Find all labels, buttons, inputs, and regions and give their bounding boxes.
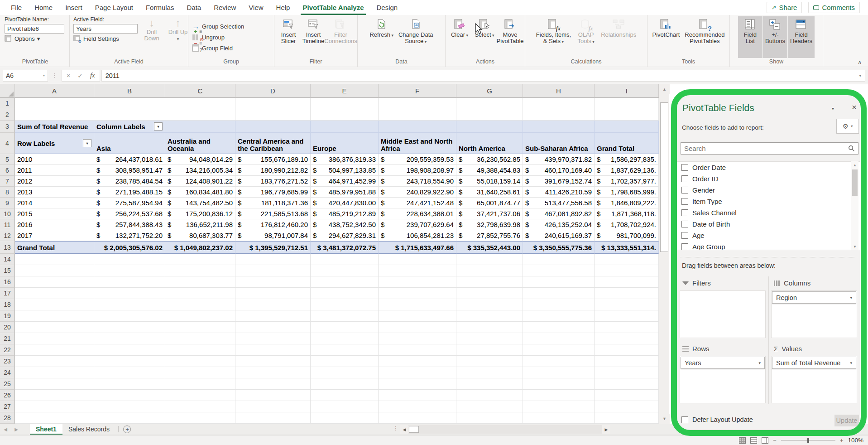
tab-page-layout[interactable]: Page Layout: [89, 0, 139, 15]
cell[interactable]: $257,844,388.43: [94, 219, 165, 230]
zoom-out-icon[interactable]: −: [773, 437, 777, 444]
cell[interactable]: [595, 412, 659, 424]
cell[interactable]: [311, 310, 379, 322]
defer-layout-update[interactable]: Defer Layout Update: [681, 416, 753, 423]
cell[interactable]: $239,707,629.64: [379, 219, 456, 230]
cell[interactable]: [523, 310, 595, 322]
cell[interactable]: [311, 299, 379, 310]
cell[interactable]: Grand Total: [15, 241, 94, 254]
cell[interactable]: [379, 401, 456, 412]
cell[interactable]: [94, 356, 165, 367]
cell[interactable]: [456, 401, 523, 412]
cell[interactable]: [15, 412, 94, 424]
row-header-23[interactable]: 23: [0, 356, 15, 367]
cell[interactable]: [379, 299, 456, 310]
cell[interactable]: [311, 98, 379, 109]
enter-icon[interactable]: ✓: [77, 72, 83, 79]
change-data-source-button[interactable]: Change Data Source ▾: [396, 16, 436, 58]
cell[interactable]: [456, 265, 523, 276]
cell[interactable]: [235, 390, 311, 401]
active-field-input[interactable]: [73, 24, 138, 34]
cell[interactable]: [15, 276, 94, 288]
cell[interactable]: $1,798,685,999.: [595, 187, 659, 198]
rows-pill-years[interactable]: Years▾: [681, 357, 765, 369]
row-header-16[interactable]: 16: [0, 276, 15, 288]
cell[interactable]: [456, 310, 523, 322]
cell[interactable]: [595, 109, 659, 121]
add-sheet-button[interactable]: +: [121, 424, 133, 435]
cell[interactable]: [456, 288, 523, 299]
row-header-5[interactable]: 5: [0, 154, 15, 165]
tab-home[interactable]: Home: [28, 0, 59, 15]
filters-area[interactable]: [680, 290, 766, 338]
insert-slicer-button[interactable]: Insert Slicer: [276, 16, 301, 58]
vertical-scrollbar[interactable]: ▲ ▼: [659, 84, 669, 424]
cell[interactable]: $ 335,352,443.00: [456, 241, 523, 254]
cell[interactable]: [235, 276, 311, 288]
cell[interactable]: [523, 109, 595, 121]
cell[interactable]: [523, 412, 595, 424]
field-item-date-of-birth[interactable]: Date of Birth: [677, 218, 860, 230]
field-item-gender[interactable]: Gender: [677, 184, 860, 196]
field-item-age[interactable]: Age: [677, 230, 860, 241]
cell[interactable]: [15, 367, 94, 378]
tab-formulas[interactable]: Formulas: [139, 0, 181, 15]
row-header-24[interactable]: 24: [0, 367, 15, 378]
cell[interactable]: $504,997,133.85: [311, 165, 379, 176]
columns-pill-region[interactable]: Region▾: [772, 291, 856, 304]
pane-close-icon[interactable]: ×: [852, 102, 857, 112]
row-header-1[interactable]: 1: [0, 98, 15, 109]
horizontal-scrollbar[interactable]: ◀ ▶: [400, 425, 610, 434]
cell[interactable]: [379, 344, 456, 356]
cell[interactable]: North America: [456, 133, 523, 154]
row-header-8[interactable]: 8: [0, 187, 15, 198]
cell[interactable]: [94, 265, 165, 276]
cell[interactable]: 2011: [15, 165, 94, 176]
field-list-button[interactable]: Field List: [738, 16, 762, 58]
cell[interactable]: $1,586,297,835.: [595, 154, 659, 165]
cell[interactable]: [94, 98, 165, 109]
page-break-view-icon[interactable]: [762, 437, 768, 444]
cell[interactable]: $1,702,357,977.: [595, 176, 659, 187]
cell[interactable]: [595, 333, 659, 344]
normal-view-icon[interactable]: [739, 437, 746, 444]
pivottable-name-input[interactable]: [5, 24, 64, 34]
cell[interactable]: [595, 322, 659, 333]
cell[interactable]: Sub-Saharan Africa: [523, 133, 595, 154]
values-pill-sum-of-total-revenue[interactable]: Sum of Total Revenue▾: [772, 357, 856, 369]
zoom-slider[interactable]: [781, 440, 835, 440]
cell[interactable]: [15, 98, 94, 109]
select-all-corner[interactable]: [0, 84, 15, 98]
field-checkbox-age[interactable]: [681, 232, 688, 239]
cell[interactable]: $439,970,371.82: [523, 154, 595, 165]
name-box-dropdown-icon[interactable]: ▾: [43, 73, 45, 77]
row-header-20[interactable]: 20: [0, 322, 15, 333]
cell[interactable]: [311, 265, 379, 276]
cell[interactable]: Asia: [94, 133, 165, 154]
cell[interactable]: $106,854,281.23: [379, 230, 456, 241]
cell[interactable]: [595, 390, 659, 401]
column-header-C[interactable]: C: [165, 84, 235, 98]
pivotchart-button[interactable]: PivotChart: [650, 16, 682, 58]
cell[interactable]: $49,388,454.83: [456, 165, 523, 176]
cell[interactable]: $209,559,359.53: [379, 154, 456, 165]
cell[interactable]: [456, 322, 523, 333]
pane-options-icon[interactable]: ▾: [832, 106, 834, 111]
row-header-27[interactable]: 27: [0, 401, 15, 412]
cell[interactable]: [379, 378, 456, 390]
row-header-6[interactable]: 6: [0, 165, 15, 176]
cell[interactable]: [311, 254, 379, 265]
share-button[interactable]: ↗Share: [767, 2, 802, 13]
cell[interactable]: [235, 356, 311, 367]
field-item-item-type[interactable]: Item Type: [677, 196, 860, 207]
refresh-button[interactable]: Refresh ▾: [367, 16, 396, 58]
cell[interactable]: [523, 288, 595, 299]
cell[interactable]: $181,118,371.36: [235, 198, 311, 208]
cell[interactable]: [379, 310, 456, 322]
cell[interactable]: [165, 98, 235, 109]
cell[interactable]: [94, 401, 165, 412]
cell[interactable]: [165, 276, 235, 288]
cell[interactable]: $438,752,342.50: [311, 219, 379, 230]
cell[interactable]: $243,718,554.90: [379, 176, 456, 187]
cell[interactable]: $176,812,460.20: [235, 219, 311, 230]
